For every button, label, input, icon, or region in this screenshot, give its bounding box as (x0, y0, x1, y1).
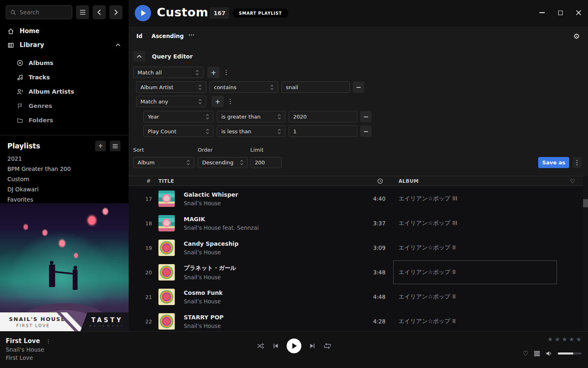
track-duration: 4:28 (353, 318, 385, 325)
volume-icon[interactable] (546, 350, 552, 357)
create-playlist-button[interactable]: + (95, 141, 106, 151)
now-playing-title[interactable]: First Love (6, 337, 40, 345)
rule-value-input[interactable] (286, 84, 345, 90)
now-playing-menu-button[interactable]: ⋮ (46, 338, 51, 344)
rule-operator-select[interactable]: is less than (217, 126, 285, 137)
select-value: Album (138, 159, 187, 166)
limit-field[interactable] (250, 157, 282, 168)
now-playing-album-art[interactable]: SNAIL'S HOUSE FIRST LOVE TASTY B E T A M… (0, 203, 129, 331)
star-icon[interactable]: ★ (576, 336, 581, 343)
rule-field-select[interactable]: Play Count (143, 126, 214, 137)
column-header-album[interactable]: ALBUM (385, 178, 557, 184)
order-select[interactable]: Descending (198, 157, 248, 168)
favorite-button[interactable]: ♡ (523, 350, 528, 357)
volume-slider[interactable] (558, 352, 581, 355)
rule-value-input[interactable] (293, 128, 353, 135)
rule-operator-select[interactable]: contains (209, 81, 278, 93)
star-icon[interactable]: ★ (569, 336, 574, 343)
add-rule-button[interactable]: + (212, 96, 224, 107)
playlist-item-custom[interactable]: Custom (0, 174, 129, 184)
query-editor-title: Query Editor (152, 53, 193, 60)
sort-direction-button[interactable]: Ascending (151, 33, 184, 39)
star-icon[interactable]: ★ (548, 336, 553, 343)
remove-rule-button[interactable]: − (360, 111, 372, 122)
rule-value-field[interactable] (289, 111, 357, 122)
select-chevrons-icon (270, 85, 274, 90)
rule-value-field[interactable] (289, 126, 357, 137)
scrollbar-thumb[interactable] (583, 199, 588, 207)
rule-group-menu-button[interactable]: ⋮ (226, 96, 235, 107)
sort-field-button[interactable]: Id (136, 33, 143, 39)
repeat-button[interactable] (323, 342, 332, 350)
heart-icon: ♡ (570, 178, 575, 184)
match-all-select[interactable]: Match all (133, 67, 203, 78)
chevron-up-icon[interactable] (116, 43, 120, 47)
table-row[interactable]: 17 Galactic Whisper Snail’s House 4:40 エ… (129, 186, 588, 211)
shuffle-button[interactable] (256, 342, 265, 350)
sidebar-item-folders[interactable]: Folders (0, 113, 129, 127)
play-pause-button[interactable] (287, 339, 301, 353)
minimize-button[interactable] (539, 9, 545, 16)
track-thumbnail (158, 240, 175, 256)
column-header-duration[interactable] (353, 178, 385, 184)
remove-rule-button[interactable]: − (353, 81, 364, 93)
column-header-index[interactable]: # (139, 178, 158, 184)
query-menu-button[interactable]: ⋮ (572, 157, 581, 168)
play-playlist-button[interactable] (135, 5, 151, 21)
table-row[interactable]: 18 MAGIK Snail’s House feat. Sennzai 3:3… (129, 211, 588, 236)
playlist-item-dj-okawari[interactable]: DJ Okawari (0, 184, 129, 194)
gear-icon[interactable]: ⚙ (573, 32, 580, 40)
playlist-item-2021[interactable]: 2021 (0, 153, 129, 164)
track-album-focused[interactable]: エイリアン☆ポップ II (393, 260, 557, 284)
playlist-item-bpm[interactable]: BPM Greater than 200 (0, 164, 129, 174)
track-album[interactable]: エイリアン☆ポップ II (385, 318, 557, 325)
star-icon[interactable]: ★ (555, 336, 560, 343)
nav-back-button[interactable] (93, 5, 106, 19)
rule-value-field[interactable] (281, 81, 350, 93)
sidebar-item-genres[interactable]: Genres (0, 99, 129, 113)
remove-rule-button[interactable]: − (360, 126, 372, 137)
track-album[interactable]: エイリアン☆ポップ II (385, 244, 557, 251)
previous-button[interactable] (272, 343, 279, 349)
table-row[interactable]: 19 Candy Spaceship Snail’s House 3:09 エイ… (129, 236, 588, 260)
maximize-button[interactable] (557, 9, 563, 16)
now-playing-album[interactable]: First Love (6, 355, 51, 361)
rule-value-input[interactable] (293, 114, 353, 120)
add-rule-button[interactable]: + (207, 67, 220, 78)
rule-group-menu-button[interactable]: ⋮ (222, 67, 231, 78)
track-album[interactable]: エイリアン☆ポップ III (385, 220, 557, 227)
smart-playlist-badge: SMART PLAYLIST (233, 9, 288, 18)
sidebar-item-album-artists[interactable]: Album Artists (0, 84, 129, 99)
more-options-button[interactable]: ⋯ (188, 31, 195, 39)
table-row[interactable]: 22 STARRY POP Snail’s House 4:28 エイリアン☆ポ… (129, 309, 588, 331)
sort-select[interactable]: Album (133, 157, 194, 168)
sidebar-item-home[interactable]: Home (0, 25, 129, 38)
sidebar-top-bar (6, 5, 122, 19)
search-input[interactable] (20, 9, 65, 16)
limit-input[interactable] (255, 159, 277, 166)
playlist-list-button[interactable] (110, 141, 120, 151)
search-box[interactable] (6, 5, 72, 19)
table-row[interactable]: 20 プラネット・ガール Snail’s House 3:48 エイリアン☆ポッ… (129, 260, 588, 285)
nav-forward-button[interactable] (109, 5, 122, 19)
save-as-button[interactable]: Save as (538, 157, 569, 168)
sidebar-item-label: Home (20, 27, 40, 35)
query-editor-collapse-button[interactable] (133, 51, 145, 62)
menu-button[interactable] (76, 5, 89, 19)
table-row[interactable]: 21 Cosmo Funk Snail’s House 4:48 エイリアン☆ポ… (129, 285, 588, 309)
next-button[interactable] (309, 343, 316, 349)
now-playing-artist[interactable]: Snail’s House (6, 346, 51, 353)
sidebar-item-tracks[interactable]: Tracks (0, 70, 129, 84)
rule-field-select[interactable]: Year (143, 111, 214, 122)
track-album[interactable]: エイリアン☆ポップ II (385, 293, 557, 301)
column-header-title[interactable]: TITLE (158, 178, 353, 184)
match-any-select[interactable]: Match any (136, 96, 206, 107)
rule-field-select[interactable]: Album Artist (136, 81, 206, 93)
sidebar-item-albums[interactable]: Albums (0, 56, 129, 70)
track-album[interactable]: エイリアン☆ポップ III (385, 195, 557, 202)
queue-button[interactable] (534, 351, 540, 356)
star-icon[interactable]: ★ (562, 336, 567, 343)
close-button[interactable] (576, 9, 581, 16)
rule-operator-select[interactable]: is greater than (217, 111, 285, 122)
sidebar-item-library[interactable]: Library (0, 38, 129, 52)
